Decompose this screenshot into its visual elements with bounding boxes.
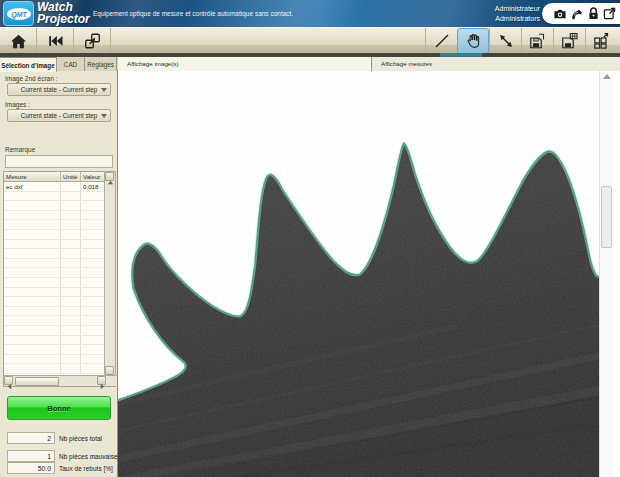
qmt-logo-text: QMT (11, 11, 27, 18)
table-cell (4, 345, 61, 354)
tab-reglages[interactable]: Réglages (85, 57, 117, 71)
measure-table-header[interactable]: Mesure Unité Valeur (4, 172, 104, 182)
tab-cad[interactable]: CAD (57, 57, 85, 71)
table-row[interactable] (4, 364, 104, 374)
table-cell (4, 326, 61, 335)
image-2nd-dropdown[interactable]: Current state - Current step (7, 83, 111, 96)
home-icon (10, 34, 27, 49)
table-row[interactable] (4, 345, 104, 355)
table-cell (81, 278, 104, 287)
status-pill (542, 3, 620, 24)
table-row[interactable] (4, 316, 104, 326)
stat-bad-pieces: 1 Nb pièces mauvaise(s) (7, 450, 125, 462)
app-title: Watch Projector (37, 1, 90, 25)
qmt-logo: QMT (3, 1, 34, 26)
table-cell (4, 316, 61, 325)
double-arrow-icon (497, 32, 515, 50)
hand-icon (465, 32, 482, 50)
table-row[interactable] (4, 220, 104, 230)
tab-affichage-mesures[interactable]: Affichage mesures (372, 57, 620, 71)
table-cell (61, 182, 81, 191)
table-cell (4, 364, 61, 373)
table-row[interactable] (4, 259, 104, 269)
reject-rate-value: 50.0 (7, 462, 55, 474)
table-cell (81, 316, 104, 325)
external-window-icon[interactable] (603, 7, 616, 20)
sidebar: Sélection d'image CAD Réglages Image 2nd… (0, 57, 118, 477)
remark-label: Remarque (5, 146, 35, 153)
layout-grid-button[interactable] (585, 28, 617, 54)
table-cell (81, 230, 104, 239)
table-row[interactable] (4, 192, 104, 202)
table-row[interactable]: ec dxf0.018 (4, 182, 104, 192)
image-canvas[interactable] (118, 71, 599, 477)
go-first-button[interactable] (37, 28, 74, 54)
lock-icon[interactable] (588, 7, 599, 20)
table-cell (61, 355, 81, 364)
table-cell (81, 220, 104, 229)
table-row[interactable] (4, 355, 104, 365)
table-cell (81, 249, 104, 258)
table-cell (61, 268, 81, 277)
table-cell (4, 297, 61, 306)
tab-selection-image[interactable]: Sélection d'image (0, 57, 57, 72)
satellite-icon[interactable] (571, 8, 584, 20)
table-cell (61, 326, 81, 335)
table-row[interactable] (4, 268, 104, 278)
table-vertical-scrollbar[interactable] (104, 172, 115, 375)
save-report-button[interactable] (521, 28, 553, 54)
images-dropdown[interactable]: Current state - Current step (7, 109, 111, 122)
table-cell (81, 211, 104, 220)
stat-total-pieces: 2 Nb pièces total (7, 432, 102, 444)
table-row[interactable] (4, 249, 104, 259)
line-icon (433, 32, 451, 50)
good-part-button[interactable]: Bonne (7, 396, 111, 420)
table-row[interactable] (4, 211, 104, 221)
image-vertical-scrollbar[interactable] (599, 71, 613, 477)
table-cell (61, 220, 81, 229)
save-screen-button[interactable] (553, 28, 585, 54)
table-row[interactable] (4, 278, 104, 288)
table-horizontal-scrollbar[interactable] (4, 375, 117, 386)
table-cell (61, 316, 81, 325)
home-button[interactable] (0, 28, 37, 54)
table-row[interactable] (4, 307, 104, 317)
table-cell (81, 288, 104, 297)
camera-icon[interactable] (553, 8, 567, 20)
table-cell (81, 326, 104, 335)
images-label: Images : (5, 101, 30, 108)
scrollbar-thumb[interactable] (601, 186, 612, 248)
table-row[interactable] (4, 288, 104, 298)
transfer-icon (83, 32, 102, 50)
pan-tool-button[interactable] (457, 28, 489, 54)
table-row[interactable] (4, 297, 104, 307)
save-document-icon (528, 32, 547, 50)
user-role: Administrateur Administrators (495, 4, 540, 24)
table-cell (4, 230, 61, 239)
table-cell (61, 240, 81, 249)
table-cell (61, 364, 81, 373)
line-tool-button[interactable] (425, 28, 457, 54)
table-row[interactable] (4, 240, 104, 250)
chevron-down-icon (101, 114, 107, 118)
app-subtitle: Equipement optique de mesure et contrôle… (93, 10, 293, 17)
image-2nd-label: Image 2nd écran : (5, 75, 57, 82)
table-row[interactable] (4, 326, 104, 336)
transfer-screen-button[interactable] (74, 28, 111, 54)
table-row[interactable] (4, 230, 104, 240)
table-cell (61, 259, 81, 268)
scrollbar-thumb[interactable] (15, 377, 59, 386)
table-cell (81, 192, 104, 201)
stat-reject-rate: 50.0 Taux de rebuts [%] (7, 462, 113, 474)
table-cell (81, 355, 104, 364)
move-resize-button[interactable] (489, 28, 521, 54)
table-cell (81, 345, 104, 354)
remark-input[interactable] (5, 155, 113, 168)
table-row[interactable] (4, 201, 104, 211)
scroll-up-icon[interactable] (603, 74, 611, 79)
table-cell (81, 259, 104, 268)
tab-affichage-images[interactable]: Affichage image(s) (118, 57, 372, 71)
table-row[interactable] (4, 336, 104, 346)
table-cell (61, 249, 81, 258)
table-cell (81, 336, 104, 345)
